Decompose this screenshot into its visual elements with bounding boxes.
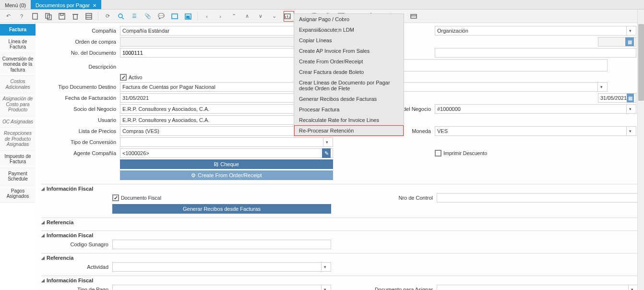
desc-label: Descripción: [43, 62, 120, 70]
side-tabs: Factura Línea de Factura Conversión de m…: [0, 23, 36, 290]
menu-create-ap[interactable]: Create AP Invoice From Sales: [294, 46, 404, 56]
imprimir-checkbox[interactable]: Imprimir Descuento: [435, 150, 636, 157]
attach-icon[interactable]: 📎: [143, 12, 152, 21]
menu-recalculate[interactable]: Recalculate Rate for Invoice Lines: [294, 115, 404, 125]
sidetab-linea[interactable]: Línea de Factura: [0, 36, 36, 53]
menu-create-from-order[interactable]: Create From Order/Receipt: [294, 56, 404, 67]
chevron-down-icon[interactable]: ▾: [628, 285, 636, 290]
fecha2-field[interactable]: 31/05/2021▦: [598, 93, 636, 103]
copy-icon[interactable]: [44, 12, 53, 21]
menu-procesar-factura[interactable]: Procesar Factura: [294, 104, 404, 115]
actividad-field[interactable]: ▾: [112, 262, 331, 272]
menu-crear-boleto[interactable]: Crear Factura desde Boleto: [294, 67, 404, 77]
scrollbar[interactable]: [637, 10, 644, 290]
menu-generar-recibos[interactable]: Generar Recibos desde Facturas: [294, 94, 404, 104]
lista-label[interactable]: Lista de Precios: [43, 128, 120, 134]
undo-icon[interactable]: ↶: [4, 12, 12, 21]
docasig-label[interactable]: Documento para Asignar: [331, 287, 437, 290]
delete-icon[interactable]: [71, 12, 80, 21]
section-info-fiscal[interactable]: ◢Información Fiscal: [41, 184, 638, 193]
section-referencia-2[interactable]: ◢Referencia: [41, 253, 638, 262]
chevron-down-icon[interactable]: ▾: [626, 105, 634, 113]
agente-label[interactable]: Agente Compañía: [43, 150, 120, 156]
menu-crear-lineas-flete[interactable]: Crear Líneas de Documento por Pagar desd…: [294, 77, 404, 94]
nro-field[interactable]: [437, 193, 638, 203]
calendar-icon[interactable]: ▦: [627, 94, 634, 102]
docasig-field[interactable]: ▾: [437, 285, 638, 290]
down-icon[interactable]: ∨: [256, 12, 265, 21]
list-icon[interactable]: ☰: [130, 12, 139, 21]
menu-copiar-lineas[interactable]: Copiar Líneas: [294, 35, 404, 46]
prev-icon[interactable]: ‹: [203, 12, 211, 21]
socio-label[interactable]: Socio del Negocio: [43, 106, 120, 112]
tipopago-field[interactable]: ▾: [112, 285, 331, 290]
organizacion-field[interactable]: Organización▾: [435, 26, 636, 36]
menu-reprocesar-retencion[interactable]: Re-Procesar Retención: [294, 125, 404, 136]
payment-icon: ₪: [214, 161, 218, 168]
usuario-label[interactable]: Usuario: [43, 117, 120, 123]
section-referencia[interactable]: ◢Referencia: [41, 218, 638, 227]
chevron-down-icon[interactable]: ▾: [597, 83, 605, 91]
sidetab-impuesto[interactable]: Impuesto de Factura: [0, 151, 36, 168]
blank-field[interactable]: [435, 48, 636, 58]
tipodoc-label[interactable]: Tipo Documento Destino: [43, 84, 120, 90]
sidetab-payment[interactable]: Payment Schedule: [0, 168, 36, 185]
sidetab-factura[interactable]: Factura: [0, 24, 36, 36]
svg-text:31: 31: [186, 15, 190, 19]
tipoconv-field[interactable]: ▾: [120, 137, 333, 147]
menu-asignar-pago[interactable]: Asignar Pago / Cobro: [294, 14, 404, 24]
close-icon[interactable]: ✕: [93, 3, 96, 8]
next-icon[interactable]: ›: [216, 12, 225, 21]
create-from-button[interactable]: ⚙Create From Order/Receipt: [120, 170, 333, 180]
scrollbar-thumb[interactable]: [638, 24, 644, 101]
chevron-down-icon[interactable]: ▾: [321, 263, 329, 271]
search-icon[interactable]: [117, 12, 125, 21]
chevron-down-icon[interactable]: ▾: [626, 127, 634, 135]
generar-button[interactable]: Generar Recibos desde Facturas: [112, 204, 331, 214]
compania-label[interactable]: Compañía: [43, 28, 120, 34]
chat-icon[interactable]: 💬: [157, 12, 166, 21]
grid-icon[interactable]: [84, 12, 93, 21]
sidetab-oc[interactable]: OC Asignadas: [0, 116, 36, 128]
cheque-button[interactable]: ₪Cheque: [120, 159, 333, 169]
agente-field[interactable]: <1000026>✎: [120, 148, 333, 158]
edit-icon[interactable]: ✎: [322, 148, 331, 158]
refresh-icon[interactable]: ⟳: [103, 12, 112, 21]
view-icon[interactable]: [170, 12, 179, 21]
sidetab-recepciones[interactable]: Recepciones de Producto Asignadas: [0, 128, 36, 151]
sidetab-costos[interactable]: Costos Adicionales: [0, 76, 36, 93]
new-icon[interactable]: [31, 12, 39, 21]
sidetab-pagos[interactable]: Pagos Asignados: [0, 185, 36, 203]
tipoconv-label[interactable]: Tipo de Conversión: [43, 139, 120, 145]
activo-checkbox[interactable]: Activo: [120, 74, 143, 81]
card-icon[interactable]: [409, 12, 418, 21]
report-icon[interactable]: [283, 12, 292, 21]
orden-label[interactable]: Orden de compra: [43, 39, 120, 45]
gear-icon: ⚙: [191, 172, 196, 179]
calendar-icon[interactable]: 31: [184, 12, 192, 21]
actividad-label[interactable]: Actividad: [41, 264, 112, 270]
tab-documentos[interactable]: Documentos por Pagar✕: [31, 0, 101, 9]
tipopago-label[interactable]: Tipo de Pago: [41, 287, 112, 290]
help-icon[interactable]: ?: [17, 12, 26, 21]
chevron-down-icon[interactable]: ▾: [321, 285, 329, 290]
chevron-down-icon[interactable]: ▾: [626, 26, 634, 35]
docfiscal-checkbox[interactable]: Documento Fiscal: [112, 194, 161, 201]
sidetab-asignacion[interactable]: Asignación de Costo para Producto: [0, 93, 36, 116]
moneda-field[interactable]: VES▾: [435, 126, 636, 136]
first-icon[interactable]: ⌃: [229, 12, 238, 21]
tab-menu[interactable]: Menú (0): [0, 0, 31, 9]
svg-rect-7: [86, 13, 92, 19]
codsun-field[interactable]: [112, 240, 331, 249]
save-icon[interactable]: [58, 12, 66, 21]
chevron-down-icon[interactable]: ▾: [323, 138, 331, 146]
section-info-fiscal-3[interactable]: ◢Información Fiscal: [41, 276, 638, 285]
menu-expansion-ldm[interactable]: Expansi&oacute;n LDM: [294, 24, 404, 35]
dir-field[interactable]: #1000000▾: [435, 104, 636, 114]
sidetab-conversion[interactable]: Conversión de moneda de la factura: [0, 53, 36, 76]
svg-rect-0: [33, 13, 37, 19]
last-icon[interactable]: ⌄: [270, 12, 278, 21]
calendar-icon: ▦: [625, 37, 634, 46]
up-icon[interactable]: ∧: [243, 12, 251, 21]
section-info-fiscal-2[interactable]: ◢Información Fiscal: [41, 230, 638, 240]
